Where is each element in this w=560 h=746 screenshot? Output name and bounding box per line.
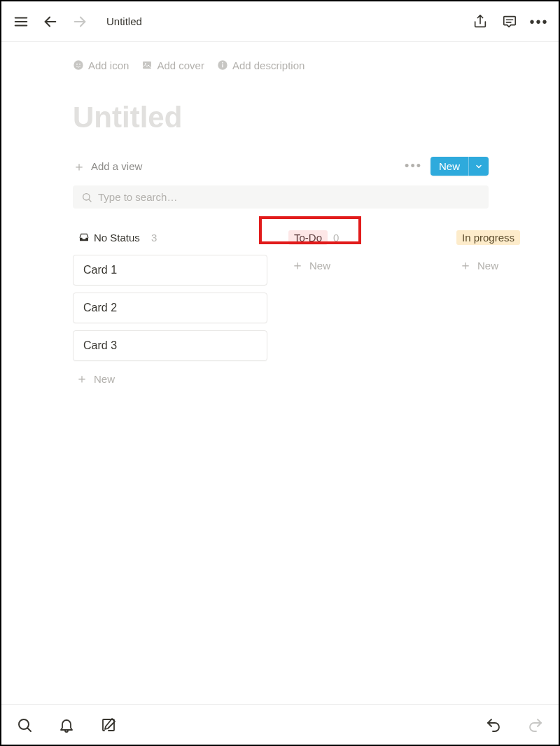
column-tag: In progress: [456, 230, 520, 245]
search-icon[interactable]: [14, 715, 35, 736]
add-description-button[interactable]: Add description: [217, 59, 304, 71]
svg-point-10: [79, 64, 80, 65]
svg-line-19: [28, 728, 31, 731]
new-button[interactable]: New: [430, 157, 489, 176]
search-icon: [81, 192, 92, 203]
column-in-progress: In progress ＋ New: [456, 227, 540, 389]
undo-icon[interactable]: [483, 715, 504, 736]
plus-icon: ＋: [459, 259, 472, 272]
column-to-do: To-Do 0 ＋ New: [288, 227, 435, 389]
footer: [1, 704, 559, 745]
svg-line-17: [89, 199, 91, 202]
topbar: Untitled •••: [1, 1, 559, 42]
menu-icon[interactable]: [11, 12, 31, 31]
card[interactable]: Card 1: [73, 255, 267, 286]
card[interactable]: Card 2: [73, 293, 267, 323]
add-card-button[interactable]: ＋ New: [456, 255, 540, 276]
board: No Status 3 Card 1 Card 2 Card 3 ＋ New T…: [73, 227, 559, 389]
notifications-icon[interactable]: [56, 715, 77, 736]
add-icon-label: Add icon: [88, 59, 129, 71]
more-icon[interactable]: •••: [529, 12, 549, 31]
add-card-label: New: [309, 260, 330, 272]
svg-point-12: [145, 63, 146, 64]
column-header[interactable]: To-Do 0: [288, 227, 435, 248]
column-header[interactable]: No Status 3: [73, 227, 267, 248]
new-button-label: New: [430, 157, 468, 176]
svg-point-8: [74, 60, 83, 69]
main: Add icon Add cover Add description Untit…: [1, 42, 559, 704]
compose-icon[interactable]: [98, 715, 119, 736]
svg-rect-14: [222, 64, 223, 68]
share-icon[interactable]: [470, 12, 490, 31]
column-label: No Status: [94, 232, 140, 244]
add-card-label: New: [94, 373, 115, 385]
column-header[interactable]: In progress: [456, 227, 540, 248]
column-count: 0: [333, 232, 339, 244]
back-icon[interactable]: [41, 12, 60, 31]
column-tag: No Status: [73, 230, 146, 245]
column-count: 3: [151, 232, 157, 244]
inbox-icon: [78, 232, 90, 243]
add-cover-button[interactable]: Add cover: [141, 59, 204, 71]
svg-point-9: [76, 64, 78, 65]
column-tag: To-Do: [288, 230, 328, 245]
view-more-icon[interactable]: •••: [405, 159, 422, 174]
column-label: In progress: [462, 232, 514, 244]
svg-rect-11: [143, 62, 151, 69]
add-card-label: New: [477, 260, 498, 272]
plus-icon: ＋: [76, 372, 88, 385]
add-card-button[interactable]: ＋ New: [288, 255, 435, 276]
add-view-button[interactable]: ＋ Add a view: [73, 160, 142, 173]
plus-icon: ＋: [291, 259, 304, 272]
search-input[interactable]: [98, 191, 480, 203]
svg-point-15: [222, 62, 223, 64]
comments-icon[interactable]: [500, 12, 519, 31]
redo-icon: [525, 715, 546, 736]
page-actions: Add icon Add cover Add description: [73, 55, 559, 76]
column-no-status: No Status 3 Card 1 Card 2 Card 3 ＋ New: [73, 227, 267, 389]
add-cover-label: Add cover: [157, 59, 204, 71]
plus-icon: ＋: [73, 160, 85, 173]
add-description-label: Add description: [232, 59, 304, 71]
search-bar[interactable]: [73, 185, 489, 209]
add-card-button[interactable]: ＋ New: [73, 368, 267, 389]
chevron-down-icon[interactable]: [468, 157, 489, 176]
add-icon-button[interactable]: Add icon: [73, 59, 129, 71]
page-title[interactable]: Untitled: [73, 101, 559, 134]
forward-icon: [70, 12, 90, 31]
view-toolbar: ＋ Add a view ••• New: [73, 157, 559, 176]
add-view-label: Add a view: [91, 160, 142, 172]
breadcrumb[interactable]: Untitled: [106, 15, 142, 27]
column-label: To-Do: [294, 232, 322, 244]
card[interactable]: Card 3: [73, 330, 267, 361]
